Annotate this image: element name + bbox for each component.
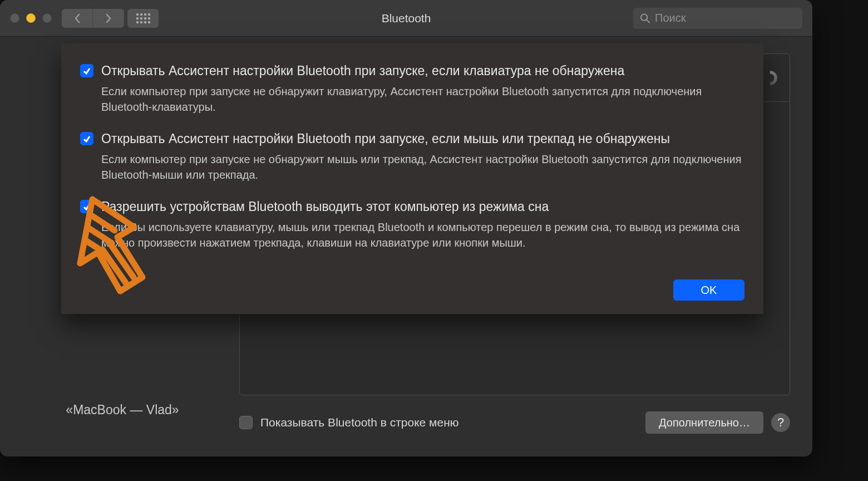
option-description: Если Вы используете клавиатуру, мышь или… [101, 219, 744, 251]
sheet-footer: OK [80, 279, 744, 301]
bottom-bar: Показывать Bluetooth в строке меню Допол… [239, 395, 790, 440]
show-in-menubar-label: Показывать Bluetooth в строке меню [260, 416, 638, 429]
window-zoom-button[interactable] [42, 13, 52, 23]
svg-point-0 [641, 14, 647, 20]
option-checkbox[interactable] [80, 132, 93, 145]
search-field[interactable] [633, 8, 802, 29]
traffic-lights [10, 13, 52, 23]
loading-spinner-icon [763, 71, 777, 85]
option-row: Открывать Ассистент настройки Bluetooth … [80, 62, 744, 125]
preferences-window: Bluetooth «MacBook — Vlad» Показывать Bl… [0, 0, 812, 457]
nav-segment [62, 9, 124, 28]
grid-icon [136, 13, 150, 23]
option-row: Открывать Ассистент настройки Bluetooth … [80, 130, 744, 193]
show-in-menubar-checkbox[interactable] [239, 416, 253, 429]
advanced-button[interactable]: Дополнительно… [645, 411, 763, 434]
search-input[interactable] [655, 12, 796, 24]
ok-button[interactable]: OK [673, 279, 744, 301]
forward-button[interactable] [93, 9, 124, 28]
option-label: Открывать Ассистент настройки Bluetooth … [101, 130, 744, 147]
show-all-button[interactable] [127, 9, 159, 28]
window-minimize-button[interactable] [26, 13, 36, 23]
back-button[interactable] [62, 9, 93, 28]
window-close-button[interactable] [10, 13, 19, 23]
option-description: Если компьютер при запуске не обнаружит … [101, 151, 744, 183]
option-label: Открывать Ассистент настройки Bluetooth … [101, 62, 744, 79]
advanced-sheet: Открывать Ассистент настройки Bluetooth … [61, 43, 763, 314]
titlebar: Bluetooth [0, 0, 812, 37]
help-button[interactable]: ? [771, 413, 790, 432]
option-row: Разрешить устройствам Bluetooth выводить… [80, 198, 744, 261]
options-container: Открывать Ассистент настройки Bluetooth … [80, 62, 744, 261]
device-name-label: «MacBook — Vlad» [66, 403, 179, 418]
option-label: Разрешить устройствам Bluetooth выводить… [101, 198, 744, 215]
option-checkbox[interactable] [80, 200, 93, 213]
svg-line-1 [647, 19, 649, 22]
option-description: Если компьютер при запуске не обнаружит … [101, 84, 744, 115]
search-icon [640, 13, 650, 24]
option-checkbox[interactable] [80, 64, 93, 77]
